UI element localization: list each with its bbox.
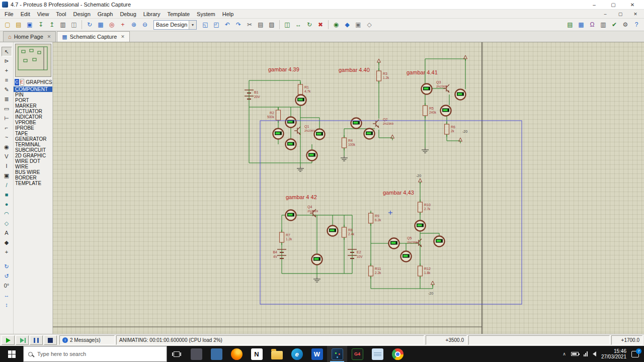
network-icon[interactable] xyxy=(584,351,588,356)
electrical-rule-check-icon[interactable]: Ω xyxy=(587,20,597,30)
mdi-minimize-button[interactable]: – xyxy=(598,10,613,18)
block-move-icon[interactable]: ↔ xyxy=(293,20,303,30)
v-mirror-button[interactable]: ↕ xyxy=(2,300,12,310)
resistor-R4[interactable]: R4100k xyxy=(342,135,356,150)
schematic-canvas[interactable]: R14.7kR2500kR31.2kR4100kR5240kR62kR71.2k… xyxy=(53,42,644,334)
object-item-marker[interactable]: MARKER xyxy=(14,103,52,109)
export-section-icon[interactable]: ↥ xyxy=(47,20,57,30)
meter-instrument[interactable] xyxy=(415,221,426,231)
rotate-cw-button[interactable]: ↻ xyxy=(2,262,12,272)
object-item-port[interactable]: PORT xyxy=(14,98,52,103)
taskbar-app-g4[interactable]: G4 xyxy=(347,346,367,362)
h-mirror-button[interactable]: ↔ xyxy=(2,291,12,300)
resistor-R5[interactable]: R5240k xyxy=(423,103,437,118)
2d-arc-mode[interactable]: ◠ xyxy=(2,209,12,219)
terminals-mode[interactable]: ⊢ xyxy=(2,114,12,123)
annotation-label[interactable]: gambar 4.39 xyxy=(268,66,299,72)
pick-device-icon[interactable]: ◉ xyxy=(331,20,341,30)
stop-button[interactable] xyxy=(44,335,57,345)
wire-label-mode[interactable]: ≡ xyxy=(2,75,12,85)
2d-path-mode[interactable]: ◇ xyxy=(2,219,12,228)
object-item-wire[interactable]: WIRE xyxy=(14,164,52,169)
pause-button[interactable] xyxy=(30,335,43,345)
transistor-Q1[interactable]: Q12N2369 xyxy=(294,125,315,135)
play-button[interactable] xyxy=(2,335,15,345)
meter-instrument[interactable] xyxy=(296,95,306,106)
verify-icon[interactable]: ✔ xyxy=(609,20,619,30)
object-item-2d-graphic[interactable]: 2D GRAPHIC xyxy=(14,153,52,158)
volume-icon[interactable] xyxy=(593,351,596,356)
make-device-icon[interactable]: ◆ xyxy=(342,20,352,30)
tab-home-page[interactable]: ⌂Home Page✕ xyxy=(3,31,56,42)
message-panel[interactable]: i 2 Message(s) xyxy=(59,335,115,345)
object-item-component[interactable]: COMPONENT xyxy=(14,86,52,92)
annotation-label[interactable]: gambar 4.41 xyxy=(407,69,438,75)
object-item-pin[interactable]: PIN xyxy=(14,92,52,98)
import-section-icon[interactable]: ↧ xyxy=(36,20,46,30)
toggle-grid-icon[interactable]: ▦ xyxy=(96,20,106,30)
object-item-vprobe[interactable]: VPROBE xyxy=(14,120,52,125)
2d-line-mode[interactable]: / xyxy=(2,180,12,190)
edit-library-button[interactable]: E xyxy=(20,79,24,85)
resistor-R7[interactable]: R71.2k xyxy=(280,230,293,245)
meter-instrument[interactable] xyxy=(286,117,296,128)
mdi-close-button[interactable]: ✕ xyxy=(628,10,643,18)
action-center-icon[interactable]: 7 xyxy=(631,351,639,357)
close-button[interactable]: ✕ xyxy=(623,0,642,9)
battery-icon[interactable] xyxy=(571,352,579,356)
resistor-R12[interactable]: R121.8k xyxy=(418,263,431,279)
new-project-icon[interactable]: ▢ xyxy=(3,20,13,30)
tab-close-button[interactable]: ✕ xyxy=(47,34,51,39)
menu-library[interactable]: Library xyxy=(140,11,164,18)
hidden-icons-chevron[interactable]: ∧ xyxy=(562,351,566,356)
task-view-button[interactable] xyxy=(167,346,186,362)
2d-text-mode[interactable]: A xyxy=(2,228,12,238)
rotate-ccw-button[interactable]: ↺ xyxy=(2,272,12,281)
zoom-all-icon[interactable]: ◱ xyxy=(200,20,210,30)
menu-file[interactable]: File xyxy=(1,11,17,18)
voltage-probe-mode[interactable]: V xyxy=(2,152,12,161)
meter-instrument[interactable] xyxy=(455,89,466,100)
settings-icon[interactable]: ⚙ xyxy=(620,20,630,30)
subcircuit-mode[interactable]: ▭ xyxy=(2,104,12,114)
buses-mode[interactable]: ≣ xyxy=(2,95,12,104)
2d-marker-mode[interactable]: + xyxy=(2,247,12,257)
block-delete-icon[interactable]: ✖ xyxy=(315,20,326,30)
menu-template[interactable]: Template xyxy=(164,11,193,18)
zoom-out-icon[interactable]: ⊖ xyxy=(140,20,150,30)
save-project-icon[interactable]: ▣ xyxy=(25,20,35,30)
cut-icon[interactable]: ✂ xyxy=(245,20,255,30)
meter-instrument[interactable] xyxy=(328,226,338,236)
false-origin-icon[interactable]: ◎ xyxy=(107,20,117,30)
resistor-R9[interactable]: R96.2k xyxy=(369,211,382,226)
resistor-R6[interactable]: R62k xyxy=(445,122,456,137)
object-item-bus-wire[interactable]: BUS WIRE xyxy=(14,169,52,175)
taskbar-app-proteus[interactable] xyxy=(327,346,347,362)
object-item-indicator[interactable]: INDICATOR xyxy=(14,114,52,120)
generator-mode[interactable]: ◉ xyxy=(2,142,12,152)
annotation-label[interactable]: gambar 4.40 xyxy=(339,67,370,73)
graph-mode[interactable]: ~ xyxy=(2,133,12,142)
taskbar-clock[interactable]: 15:46 27/03/2021 xyxy=(601,348,626,359)
power-terminal[interactable] xyxy=(431,281,435,287)
power-terminal[interactable] xyxy=(377,59,381,64)
mark-output-area-icon[interactable]: ◫ xyxy=(69,20,79,30)
power-terminal[interactable] xyxy=(464,55,467,61)
minimize-button[interactable]: – xyxy=(585,0,604,9)
device-pins-mode[interactable]: ⌐ xyxy=(2,123,12,133)
menu-graph[interactable]: Graph xyxy=(94,11,117,18)
menu-design[interactable]: Design xyxy=(70,11,94,18)
meter-instrument[interactable] xyxy=(401,251,412,262)
meter-instrument[interactable] xyxy=(286,210,296,221)
design-explorer-icon[interactable]: ▦ xyxy=(576,20,586,30)
refresh-display-icon[interactable]: ↻ xyxy=(85,20,95,30)
zoom-area-icon[interactable]: ◰ xyxy=(211,20,221,30)
ground-symbol[interactable] xyxy=(422,148,429,153)
transistor-Q2[interactable]: Q22N2369 xyxy=(373,118,394,128)
maximize-button[interactable]: ▢ xyxy=(604,0,623,9)
meter-instrument[interactable] xyxy=(312,254,323,265)
object-item-terminal[interactable]: TERMINAL xyxy=(14,142,52,147)
edit-window-preview[interactable] xyxy=(15,44,51,77)
pick-parts-button[interactable]: C xyxy=(15,79,19,85)
2d-circle-mode[interactable]: ● xyxy=(2,200,12,209)
